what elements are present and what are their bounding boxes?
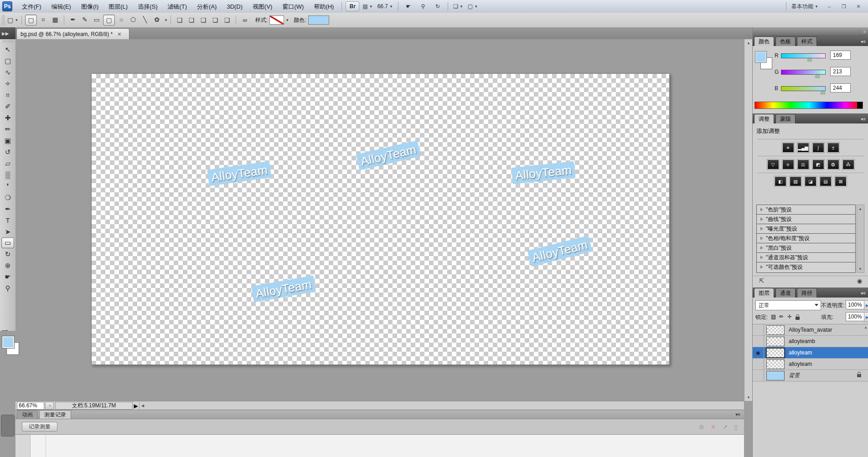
photo-filter-icon[interactable]: ❂ (827, 159, 839, 169)
canvas-vertical-scrollbar[interactable]: ▲ ▼ (744, 39, 753, 401)
rotate-view-icon[interactable]: ↻ (431, 2, 444, 11)
black-white-icon[interactable]: ◩ (812, 159, 824, 169)
posterize-icon[interactable]: ▨ (790, 176, 801, 186)
menu-view[interactable]: 视图(V) (248, 0, 277, 13)
status-flyout-icon[interactable]: ▶ (133, 403, 139, 409)
layer-row[interactable]: AlloyTeam_avatar (753, 324, 868, 336)
alloyteam-layer-object[interactable]: AlloyTeam (251, 275, 316, 302)
scroll-down-icon[interactable]: ▼ (744, 394, 753, 401)
preset-channel-mixer[interactable]: "通道混和器"预设 (757, 253, 855, 262)
dock-collapse-button[interactable]: » (753, 27, 868, 36)
layer-name[interactable]: 背景 (789, 372, 800, 380)
link-icon[interactable]: ∞ (239, 15, 250, 25)
panel-menu-icon[interactable]: ▾≡ (735, 411, 740, 419)
lasso-tool-icon[interactable]: ∿ (1, 67, 14, 78)
blue-slider-handle[interactable] (821, 90, 825, 94)
menu-edit[interactable]: 编辑(E) (46, 0, 76, 13)
foreground-color-swatch[interactable] (755, 51, 766, 62)
tool-preset-picker[interactable]: ▢▼ (7, 15, 18, 25)
hand-tool-icon[interactable]: ☛ (402, 2, 415, 11)
hand-tool-icon[interactable]: ☛ (1, 271, 14, 282)
healing-brush-tool-icon[interactable]: ✚ (1, 112, 14, 123)
hue-saturation-icon[interactable]: ≡ (782, 159, 794, 169)
arrange-documents-icon[interactable]: ❏▼ (452, 2, 465, 11)
layer-thumbnail[interactable] (766, 359, 785, 369)
menu-3d[interactable]: 3D(D) (222, 0, 248, 13)
visibility-toggle[interactable] (753, 359, 764, 370)
shape-subtract-icon[interactable]: ❏ (198, 15, 209, 25)
shape-color-swatch[interactable] (308, 15, 329, 25)
curves-icon[interactable]: ∫ (812, 143, 824, 153)
visibility-toggle[interactable] (753, 370, 764, 381)
layer-thumbnail[interactable] (766, 325, 785, 335)
opacity-field[interactable]: 100% (846, 300, 866, 309)
expand-triangle-icon[interactable] (760, 217, 763, 221)
vibrance-icon[interactable]: ▽ (767, 159, 779, 169)
toolbar-grip[interactable] (3, 40, 13, 43)
preset-hue-saturation[interactable]: "色相/饱和度"预设 (757, 234, 855, 243)
menu-help[interactable]: 帮助(H) (309, 0, 339, 13)
channel-mixer-icon[interactable]: ⁂ (842, 159, 854, 169)
layer-name[interactable]: alloyteam (789, 361, 812, 367)
measurement-log-area[interactable] (16, 434, 744, 457)
preset-list-scrollbar[interactable]: ▲ ▼ (857, 205, 864, 273)
preset-selective-color[interactable]: "可选颜色"预设 (757, 262, 855, 272)
menu-layer[interactable]: 图层(L) (103, 0, 133, 13)
eraser-tool-icon[interactable]: ▱ (1, 158, 14, 169)
shape-intersect-icon[interactable]: ❏ (210, 15, 221, 25)
toggle-visibility-icon[interactable]: ◉ (857, 277, 862, 284)
tab-animation[interactable]: 动画 (17, 410, 38, 419)
lock-all-icon[interactable] (796, 315, 802, 321)
selective-color-icon[interactable]: ⊠ (835, 176, 847, 186)
color-balance-icon[interactable]: ⚖ (797, 159, 809, 169)
menu-window[interactable]: 窗口(W) (277, 0, 309, 13)
menu-file[interactable]: 文件(F) (17, 0, 46, 13)
gradient-map-icon[interactable]: ▤ (820, 176, 832, 186)
3d-orbit-tool-icon[interactable]: ⊕ (1, 260, 14, 271)
path-selection-tool-icon[interactable]: ➤ (1, 226, 14, 237)
scroll-down-icon[interactable]: ▼ (857, 265, 863, 272)
options-grip[interactable] (2, 15, 5, 25)
brush-tool-icon[interactable]: ✏ (1, 123, 14, 135)
expand-triangle-icon[interactable] (760, 265, 763, 269)
threshold-icon[interactable]: ◪ (805, 176, 816, 186)
lock-pixels-icon[interactable]: ✏ (779, 313, 784, 320)
red-value-field[interactable]: 169 (830, 51, 851, 60)
eyedropper-tool-icon[interactable]: ✐ (1, 101, 14, 112)
tab-swatches[interactable]: 色板 (775, 36, 796, 46)
deselect-measurement-icon[interactable]: ✕ (711, 423, 716, 431)
color-spectrum-ramp[interactable] (754, 102, 863, 109)
red-slider-handle[interactable] (807, 57, 812, 61)
record-measurements-button[interactable]: 记录测量 (22, 422, 57, 431)
expand-triangle-icon[interactable] (760, 236, 763, 240)
shape-new-icon[interactable]: ❏ (174, 15, 185, 25)
fill-pixels-icon[interactable]: ▦ (50, 15, 61, 25)
rounded-rectangle-icon[interactable]: ▢ (103, 15, 115, 26)
workspace-switcher[interactable]: 基本功能▼ (790, 2, 820, 11)
tab-adjustments[interactable]: 调整 (754, 114, 774, 123)
export-measurement-icon[interactable]: ↗ (723, 423, 728, 431)
layer-name[interactable]: alloyteamb (789, 338, 815, 344)
layer-row[interactable]: alloyteamb (753, 336, 868, 347)
collapsed-panel-handle[interactable] (1, 415, 15, 436)
panel-menu-icon[interactable]: ▾≡ (861, 39, 866, 44)
tab-channels[interactable]: 通道 (775, 288, 796, 298)
menu-select[interactable]: 选择(S) (133, 0, 162, 13)
lock-position-icon[interactable]: ✛ (787, 313, 792, 320)
shape-add-icon[interactable]: ❏ (186, 15, 197, 25)
zoom-tool-icon[interactable]: ⚲ (417, 2, 429, 11)
tab-styles[interactable]: 样式 (797, 36, 817, 46)
tab-layers[interactable]: 图层 (754, 288, 774, 298)
layer-row[interactable]: alloyteam (753, 359, 868, 370)
layer-row-selected[interactable]: ◉ alloyteam (753, 347, 868, 359)
layer-name[interactable]: AlloyTeam_avatar (789, 327, 832, 333)
document-canvas[interactable]: AlloyTeam AlloyTeam AlloyTeam AlloyTeam … (91, 73, 670, 365)
move-tool-icon[interactable]: ↖ (1, 44, 14, 55)
dodge-tool-icon[interactable]: ❍ (1, 192, 14, 203)
scroll-up-icon[interactable]: ▲ (744, 39, 753, 46)
line-icon[interactable]: ╲ (140, 15, 150, 25)
clone-stamp-tool-icon[interactable]: ▣ (1, 135, 14, 146)
document-size-info[interactable]: 文档:5.19M/11.7M (55, 402, 133, 410)
marquee-tool-icon[interactable]: ▢ (1, 55, 14, 67)
3d-rotate-tool-icon[interactable]: ↻ (1, 248, 14, 260)
